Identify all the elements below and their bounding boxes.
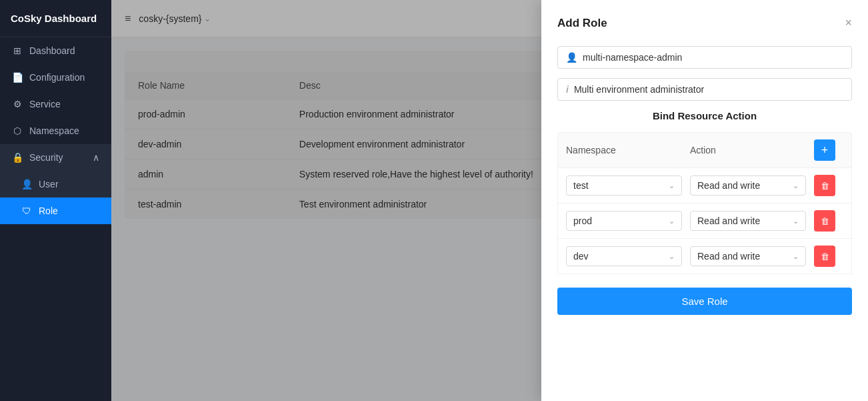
trash-icon: 🗑 — [821, 181, 829, 191]
sidebar-security-group: 🔒 Security ∧ 👤 User 🛡 Role — [0, 144, 111, 224]
sidebar: CoSky Dashboard ⊞ Dashboard 📄 Configurat… — [0, 0, 111, 401]
chevron-up-icon: ∧ — [93, 152, 99, 163]
sidebar-item-dashboard[interactable]: ⊞ Dashboard — [0, 37, 111, 64]
sidebar-item-label: Configuration — [29, 72, 85, 83]
chevron-down-icon: ⌄ — [793, 252, 799, 261]
chevron-down-icon: ⌄ — [793, 217, 799, 226]
person-icon: 👤 — [566, 52, 577, 63]
gear-icon: ⚙ — [12, 99, 23, 109]
chevron-down-icon: ⌄ — [669, 252, 675, 261]
action-select[interactable]: Read and write ⌄ — [690, 175, 806, 195]
sidebar-item-service[interactable]: ⚙ Service — [0, 91, 111, 117]
role-name-input[interactable] — [583, 52, 843, 63]
sidebar-item-label: Namespace — [29, 125, 79, 136]
trash-icon: 🗑 — [821, 216, 829, 226]
namespace-value: prod — [573, 216, 592, 226]
save-role-button[interactable]: Save Role — [557, 288, 852, 315]
namespace-select[interactable]: prod ⌄ — [566, 211, 682, 231]
sidebar-item-label: Dashboard — [29, 45, 75, 56]
sidebar-item-role[interactable]: 🛡 Role — [0, 197, 111, 224]
modal-title: Add Role — [557, 17, 607, 30]
sidebar-item-label: Security — [29, 152, 63, 163]
add-bind-row-button[interactable]: + — [814, 139, 835, 161]
bind-table-header: Namespace Action + — [557, 132, 852, 168]
chevron-down-icon: ⌄ — [669, 217, 675, 226]
delete-bind-row-button[interactable]: 🗑 — [814, 210, 835, 232]
role-name-field[interactable]: 👤 — [557, 46, 852, 69]
sidebar-item-namespace[interactable]: ⬡ Namespace — [0, 117, 111, 144]
grid-icon: ⊞ — [12, 45, 23, 56]
namespace-value: test — [573, 180, 589, 191]
bind-row: prod ⌄ Read and write ⌄ 🗑 — [557, 204, 852, 239]
namespace-col-label: Namespace — [566, 145, 682, 155]
sidebar-item-label: User — [39, 179, 59, 189]
action-value: Read and write — [697, 216, 760, 226]
action-select[interactable]: Read and write ⌄ — [690, 211, 806, 231]
sidebar-item-label: Service — [29, 99, 61, 109]
chevron-down-icon: ⌄ — [793, 181, 799, 190]
hex-icon: ⬡ — [12, 125, 23, 136]
action-value: Read and write — [697, 251, 760, 262]
bind-row: test ⌄ Read and write ⌄ 🗑 — [557, 168, 852, 204]
sidebar-item-user[interactable]: 👤 User — [0, 171, 111, 197]
doc-icon: 📄 — [12, 72, 23, 83]
user-icon: 👤 — [21, 179, 32, 189]
action-value: Read and write — [697, 180, 760, 191]
role-desc-input[interactable] — [574, 84, 843, 95]
info-icon: i — [566, 84, 569, 95]
namespace-select[interactable]: test ⌄ — [566, 175, 682, 195]
lock-icon: 🔒 — [12, 152, 23, 163]
delete-bind-row-button[interactable]: 🗑 — [814, 175, 835, 196]
sidebar-item-security[interactable]: 🔒 Security ∧ — [0, 144, 111, 171]
shield-icon: 🛡 — [21, 206, 32, 216]
add-role-modal: Add Role × 👤 i Bind Resource Action Name… — [541, 0, 868, 401]
role-desc-field[interactable]: i — [557, 78, 852, 101]
bind-row: dev ⌄ Read and write ⌄ 🗑 — [557, 239, 852, 274]
action-select[interactable]: Read and write ⌄ — [690, 246, 806, 266]
sidebar-item-configuration[interactable]: 📄 Configuration — [0, 64, 111, 91]
bind-rows-container: test ⌄ Read and write ⌄ 🗑 prod ⌄ Read an… — [557, 168, 852, 274]
modal-close-button[interactable]: × — [845, 16, 852, 30]
bind-section-title: Bind Resource Action — [557, 110, 852, 121]
sidebar-item-label: Role — [39, 206, 58, 216]
action-col-label: Action — [690, 145, 806, 155]
modal-header: Add Role × — [557, 16, 852, 30]
namespace-value: dev — [573, 251, 589, 262]
chevron-down-icon: ⌄ — [669, 181, 675, 190]
trash-icon: 🗑 — [821, 252, 829, 262]
sidebar-logo: CoSky Dashboard — [0, 0, 111, 37]
delete-bind-row-button[interactable]: 🗑 — [814, 246, 835, 267]
namespace-select[interactable]: dev ⌄ — [566, 246, 682, 266]
